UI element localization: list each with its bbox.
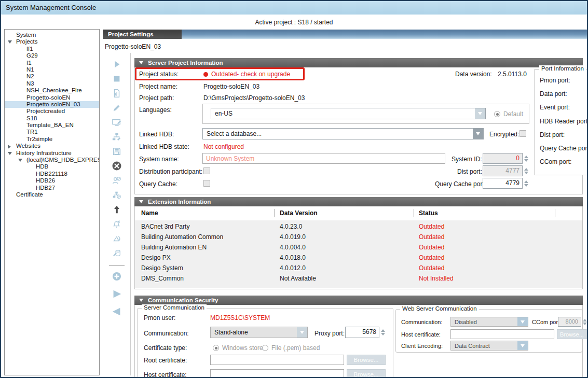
system-name-input[interactable] bbox=[202, 153, 445, 164]
expand-collapse-icon[interactable] bbox=[18, 159, 22, 162]
tree-item-n3[interactable]: N3 bbox=[5, 80, 99, 87]
activate-icon[interactable] bbox=[111, 289, 122, 299]
chevron-down-icon[interactable] bbox=[517, 341, 528, 350]
tree-item-tr1[interactable]: TR1 bbox=[5, 129, 99, 135]
ccom-port-spinner[interactable] bbox=[582, 317, 587, 327]
query-cache-checkbox[interactable] bbox=[203, 180, 210, 187]
tree-item-i1[interactable]: I1 bbox=[5, 60, 99, 66]
default-language-radio[interactable] bbox=[494, 111, 500, 117]
tree-item-websites[interactable]: Websites bbox=[5, 143, 99, 149]
cleanup-history-icon[interactable] bbox=[111, 248, 122, 258]
dist-port-spinner[interactable] bbox=[524, 165, 528, 176]
tree-item-hdb27[interactable]: HDB27 bbox=[5, 185, 99, 191]
tree-item-progetto-soloen[interactable]: Progetto-soloEN bbox=[5, 94, 99, 101]
table-row[interactable]: Building Automation Common 4.0.019.0 Out… bbox=[135, 232, 582, 241]
tree-item-hdb221118[interactable]: HDB221118 bbox=[5, 171, 99, 177]
system-id-spinner[interactable] bbox=[524, 153, 528, 164]
verify-user-icon[interactable] bbox=[111, 175, 122, 186]
web-communication-dropdown[interactable]: Disabled bbox=[450, 317, 528, 327]
root-certificate-browse-button[interactable]: Browse... bbox=[347, 355, 386, 365]
expand-collapse-icon[interactable] bbox=[8, 40, 12, 44]
edit-project-icon[interactable] bbox=[111, 103, 122, 113]
client-encoding-dropdown[interactable]: Data Contract bbox=[450, 341, 528, 351]
host-certificate-browse-button[interactable]: Browse... bbox=[347, 369, 386, 378]
linked-hdb-dropdown[interactable]: Select a database... bbox=[202, 128, 484, 139]
file-pem-radio[interactable] bbox=[262, 345, 268, 351]
encrypted-checkbox[interactable] bbox=[519, 130, 526, 137]
table-row[interactable]: DMS_Common Not Available Not Installed bbox=[135, 274, 582, 283]
section-header-server-project-information[interactable]: Server Project Information bbox=[134, 58, 583, 67]
languages-dropdown[interactable]: en-US bbox=[211, 108, 486, 119]
file-pem-label: File (.pem) based bbox=[271, 344, 320, 352]
section-header-extension-information[interactable]: Extension Information bbox=[134, 197, 583, 206]
tree-item-tr2simple[interactable]: Tr2simple bbox=[5, 136, 99, 143]
tree-item-progetto-soloen-03-selected[interactable]: Progetto-soloEN_03 bbox=[5, 101, 99, 108]
tree-item-system[interactable]: System bbox=[5, 32, 99, 38]
tree-item-n2[interactable]: N2 bbox=[5, 73, 99, 80]
tree-item-s18[interactable]: S18 bbox=[5, 115, 99, 122]
communication-dropdown[interactable]: Stand-alone bbox=[210, 327, 308, 338]
tree-item-n1[interactable]: N1 bbox=[5, 66, 99, 73]
tab-project-settings[interactable]: Project Settings bbox=[103, 30, 182, 39]
collapse-icon bbox=[139, 61, 143, 64]
project-name-value: Progetto-soloEN_03 bbox=[203, 83, 259, 90]
query-cache-port-input[interactable]: 4779 bbox=[483, 178, 523, 189]
chevron-down-icon[interactable] bbox=[475, 108, 485, 119]
ccom-port-input[interactable]: 8000 bbox=[558, 317, 581, 327]
query-cache-port-spinner[interactable] bbox=[524, 178, 528, 189]
table-row[interactable]: Desigo System 4.0.012.0 Outdated bbox=[135, 263, 582, 272]
proxy-port-input[interactable]: 5678 bbox=[345, 327, 379, 338]
web-communication-label: Communication: bbox=[401, 319, 442, 325]
windows-store-radio[interactable] bbox=[213, 345, 219, 351]
hdb-reader-port-label: HDB Reader port: bbox=[540, 118, 588, 125]
verify-network-icon[interactable] bbox=[111, 190, 122, 200]
upgrade-project-icon[interactable] bbox=[111, 204, 122, 215]
stop-project-icon[interactable] bbox=[111, 74, 122, 84]
restore-history-icon[interactable] bbox=[111, 233, 122, 244]
web-host-certificate-browse-button[interactable]: Browse... bbox=[557, 329, 587, 339]
tree-item-hdb[interactable]: HDB bbox=[5, 163, 99, 170]
expand-collapse-icon[interactable] bbox=[8, 145, 11, 149]
disable-notifications-icon[interactable] bbox=[111, 219, 122, 229]
edit-network-icon[interactable] bbox=[111, 132, 122, 142]
tree-item-ff1[interactable]: ff1 bbox=[5, 46, 99, 52]
table-row[interactable]: Building Automation EN 4.0.004.0 Outdate… bbox=[135, 243, 582, 251]
column-header-data-version[interactable]: Data Version bbox=[280, 209, 318, 217]
tree-item-hdb26[interactable]: HDB26 bbox=[5, 177, 99, 184]
distribution-participant-label: Distribution participant: bbox=[139, 168, 202, 175]
cancel-icon[interactable] bbox=[111, 161, 122, 171]
column-header-name[interactable]: Name bbox=[141, 209, 158, 217]
new-project-icon[interactable] bbox=[111, 88, 122, 99]
distribution-participant-checkbox[interactable] bbox=[203, 167, 210, 174]
chevron-down-icon[interactable] bbox=[517, 317, 528, 326]
table-row[interactable]: Desigo PX 4.0.018.0 Outdated bbox=[135, 253, 582, 262]
client-encoding-label: Client Encoding: bbox=[401, 343, 443, 349]
tree-item-history-infrastructure[interactable]: History Infrastructure bbox=[5, 150, 99, 157]
proxy-port-spinner[interactable] bbox=[380, 327, 385, 338]
expand-collapse-icon[interactable] bbox=[8, 152, 12, 155]
column-header-status[interactable]: Status bbox=[419, 209, 438, 217]
port-information-group: Port Information Pmon port: Data port: E… bbox=[535, 69, 588, 175]
web-host-certificate-input[interactable] bbox=[450, 329, 554, 339]
table-row[interactable]: BACnet 3rd Party 4.0.23.0 Outdated bbox=[135, 222, 582, 231]
tree-item-gms-hdb-express[interactable]: (local)\GMS_HDB_EXPRESS bbox=[5, 157, 99, 163]
root-certificate-input[interactable] bbox=[210, 355, 344, 365]
server-communication-group: Server Communication Pmon user: MD1Z5S1C… bbox=[137, 308, 393, 378]
tree-item-certificate[interactable]: Certificate bbox=[5, 191, 99, 198]
chevron-down-icon[interactable] bbox=[473, 129, 483, 139]
chevron-down-icon[interactable] bbox=[297, 327, 307, 338]
dist-port-input[interactable]: 4777 bbox=[483, 165, 523, 176]
save-icon[interactable] bbox=[111, 146, 122, 157]
section-header-communication-security[interactable]: Communication Security bbox=[134, 296, 583, 305]
start-project-icon[interactable] bbox=[111, 59, 122, 69]
system-id-input[interactable]: 0 bbox=[483, 153, 523, 164]
tree-item-nsh-cherokee-fire[interactable]: NSH_Cherokee_Fire bbox=[5, 87, 99, 94]
deactivate-icon[interactable] bbox=[111, 306, 122, 317]
tree-item-projectcreated[interactable]: Projectcreated bbox=[5, 108, 99, 115]
add-icon[interactable] bbox=[111, 271, 122, 282]
host-certificate-input[interactable] bbox=[210, 369, 344, 378]
tree-item-projects[interactable]: Projects bbox=[5, 38, 99, 45]
tree-item-template-ba-en[interactable]: Template_BA_EN bbox=[5, 122, 99, 129]
tree-item-g29[interactable]: G29 bbox=[5, 52, 99, 59]
edit-display-icon[interactable] bbox=[111, 117, 122, 128]
